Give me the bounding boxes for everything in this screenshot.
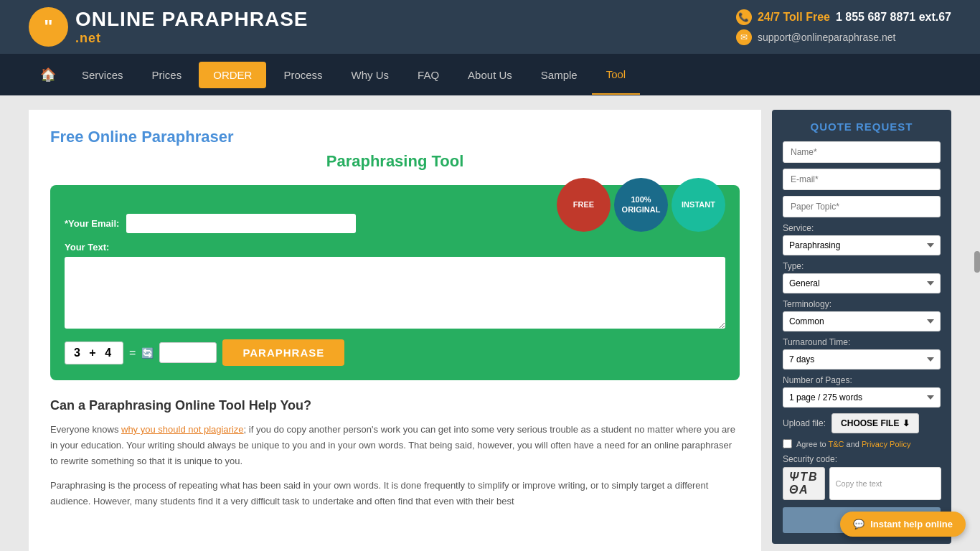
tool-email-input[interactable]	[126, 214, 356, 233]
topic-input[interactable]	[783, 196, 941, 217]
article-paragraph-1: Everyone knows why you should not plagia…	[50, 422, 740, 469]
security-code-input[interactable]	[829, 467, 941, 500]
quote-title: QUOTE REQUEST	[783, 121, 941, 133]
badge-instant: INSTANT	[672, 178, 725, 232]
text-label: Your Text:	[65, 242, 725, 253]
choose-file-button[interactable]: CHOOSE FILE ⬇	[831, 413, 919, 433]
captcha-row: 3 + 4 = 🔄 PARAPHRASE	[65, 339, 725, 366]
scrollbar-thumb[interactable]	[974, 251, 980, 273]
email-label: *Your Email:	[65, 218, 119, 229]
service-label: Service:	[783, 223, 941, 233]
pages-select[interactable]: 1 page / 275 words	[783, 387, 941, 408]
terminology-select[interactable]: Common	[783, 311, 941, 331]
terminology-label: Terminology:	[783, 299, 941, 309]
paraphrase-button[interactable]: PARAPHRASE	[222, 339, 344, 366]
download-icon: ⬇	[903, 418, 910, 428]
content-area: Free Online Paraphraser Paraphrasing Too…	[29, 110, 761, 551]
nav-whyus[interactable]: Why Us	[337, 56, 404, 94]
phone-icon: 📞	[736, 9, 752, 25]
upload-row: Upload file: CHOOSE FILE ⬇	[783, 413, 941, 433]
agree-checkbox[interactable]	[783, 439, 792, 448]
main-nav: 🏠 Services Prices ORDER Process Why Us F…	[0, 54, 980, 95]
instant-help-label: Instant help online	[870, 519, 953, 529]
security-row: ΨΤΒ ΘΑ	[783, 467, 941, 500]
tool-subtitle: Paraphrasing Tool	[50, 152, 740, 171]
captcha-input[interactable]	[159, 342, 217, 363]
nav-home[interactable]: 🏠	[29, 54, 67, 95]
nav-sample[interactable]: Sample	[527, 56, 592, 94]
logo[interactable]: " ONLINE PARAPHRASE .net	[29, 7, 308, 47]
upload-label: Upload file:	[783, 418, 826, 428]
nav-tool[interactable]: Tool	[592, 55, 641, 95]
contact-info: 📞 24/7 Toll Free 1 855 687 8871 ext.67 ✉…	[736, 9, 951, 45]
captcha-math: 3 + 4	[65, 342, 123, 364]
support-email: support@onlineparaphrase.net	[758, 32, 895, 43]
badge-original: 100% ORIGINAL	[614, 178, 668, 232]
article-paragraph-2: Paraphrasing is the process of repeating…	[50, 478, 740, 509]
paraphrase-tool-box: FREE 100% ORIGINAL INSTANT *Your Email: …	[50, 185, 740, 380]
main-content: Free Online Paraphraser Paraphrasing Too…	[0, 95, 980, 551]
badge-container: FREE 100% ORIGINAL INSTANT	[557, 178, 725, 232]
toll-free: 📞 24/7 Toll Free 1 855 687 8871 ext.67	[736, 9, 951, 25]
email-input[interactable]	[783, 169, 941, 190]
nav-faq[interactable]: FAQ	[403, 56, 453, 94]
type-label: Type:	[783, 261, 941, 271]
chat-icon: 💬	[853, 519, 864, 529]
badge-free: FREE	[557, 178, 611, 232]
email-icon: ✉	[736, 29, 752, 45]
header: " ONLINE PARAPHRASE .net 📞 24/7 Toll Fre…	[0, 0, 980, 54]
tool-text-area[interactable]	[65, 257, 725, 329]
turnaround-select[interactable]: 7 days	[783, 349, 941, 369]
pages-label: Number of Pages:	[783, 375, 941, 385]
logo-text: ONLINE PARAPHRASE .net	[75, 8, 308, 46]
agree-row: Agree to T&C and Privacy Policy	[783, 439, 941, 448]
phone-number: 1 855 687 8871 ext.67	[836, 11, 951, 24]
quote-request-box: QUOTE REQUEST Service: Paraphrasing Type…	[772, 110, 951, 544]
instant-help-button[interactable]: 💬 Instant help online	[840, 512, 966, 537]
toll-free-label: 24/7 Toll Free	[758, 11, 830, 24]
nav-order[interactable]: ORDER	[199, 62, 266, 88]
tc-link[interactable]: T&C	[828, 440, 844, 448]
plagiarize-link[interactable]: why you should not plagiarize	[121, 424, 244, 435]
privacy-link[interactable]: Privacy Policy	[862, 440, 910, 448]
nav-services[interactable]: Services	[67, 56, 138, 94]
article-title: Can a Paraphrasing Online Tool Help You?	[50, 398, 740, 413]
email-row: ✉ support@onlineparaphrase.net	[736, 29, 951, 45]
logo-icon: "	[29, 7, 68, 47]
page-title: Free Online Paraphraser	[50, 128, 740, 146]
service-select[interactable]: Paraphrasing	[783, 235, 941, 255]
nav-process[interactable]: Process	[269, 56, 336, 94]
nav-aboutus[interactable]: About Us	[453, 56, 527, 94]
security-label: Security code:	[783, 454, 941, 464]
sidebar: QUOTE REQUEST Service: Paraphrasing Type…	[772, 110, 951, 551]
captcha-image: ΨΤΒ ΘΑ	[783, 467, 825, 500]
name-input[interactable]	[783, 141, 941, 163]
type-select[interactable]: General	[783, 273, 941, 293]
nav-prices[interactable]: Prices	[138, 56, 197, 94]
turnaround-label: Turnaround Time:	[783, 337, 941, 347]
agree-text: Agree to T&C and Privacy Policy	[796, 440, 910, 448]
